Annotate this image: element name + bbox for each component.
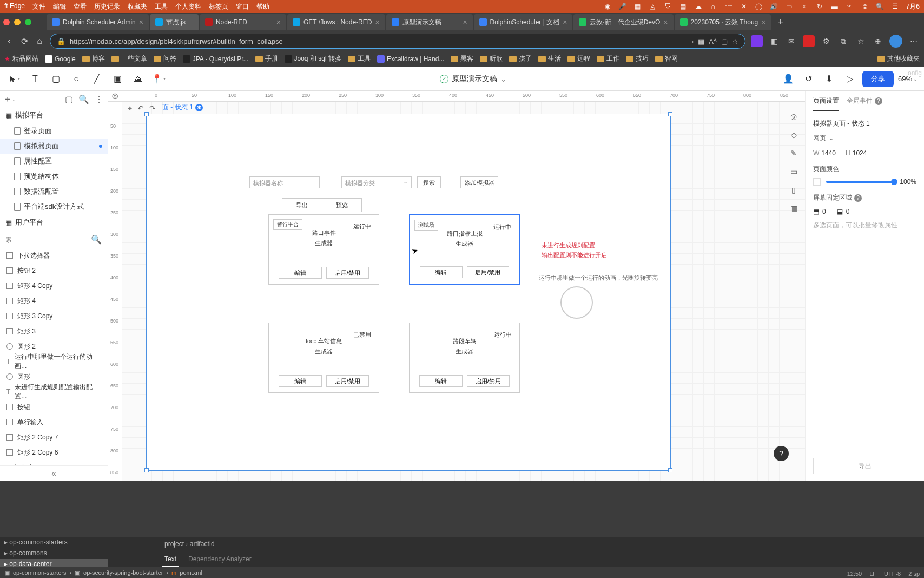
tab-nodejs[interactable]: 节点.js bbox=[150, 14, 199, 30]
tab-page-settings[interactable]: 页面设置 bbox=[813, 96, 839, 111]
bm-16[interactable]: 技巧 bbox=[626, 54, 649, 63]
bm-4[interactable]: 问答 bbox=[154, 54, 176, 63]
close-icon[interactable]: × bbox=[663, 18, 668, 27]
menu-window[interactable]: 窗口 bbox=[236, 2, 249, 11]
add-page-icon[interactable]: ＋⌄ bbox=[4, 94, 14, 104]
type-select[interactable]: 模拟器分类 bbox=[341, 176, 412, 188]
wifi-icon[interactable]: ᯤ bbox=[846, 2, 854, 11]
ext-6-icon[interactable]: ⧉ bbox=[837, 35, 849, 47]
wechat-icon[interactable]: ☁ bbox=[694, 2, 703, 11]
enable-button[interactable]: 启用/禁用 bbox=[326, 267, 369, 279]
export-button[interactable]: 导出 bbox=[813, 458, 916, 474]
circle-icon[interactable]: ◯ bbox=[755, 2, 763, 11]
close-icon[interactable]: × bbox=[276, 18, 281, 27]
aa-icon[interactable]: Aᴬ bbox=[709, 37, 717, 45]
bm-11[interactable]: 听歌 bbox=[480, 54, 503, 63]
ruler-origin[interactable]: ⊚ bbox=[108, 91, 122, 102]
tab-modao[interactable]: 原型演示文稿× bbox=[386, 14, 473, 30]
layer-item[interactable]: T运行中 bbox=[0, 460, 108, 465]
image-tool[interactable]: ⛰ bbox=[130, 71, 146, 87]
play-icon[interactable]: ▷ bbox=[842, 71, 858, 87]
search-icon[interactable]: 🔍 bbox=[78, 94, 89, 104]
address-bar[interactable]: 🔒 https://modao.cc/app/design/pbl4skkpuf… bbox=[50, 34, 745, 49]
menu-view[interactable]: 查看 bbox=[74, 2, 87, 11]
preview-button[interactable]: 预览 bbox=[322, 199, 362, 212]
date-label[interactable]: 7月6 bbox=[906, 2, 920, 11]
menu-icon[interactable]: ⋯ bbox=[908, 35, 920, 47]
layer-item[interactable]: 按钮 bbox=[0, 399, 108, 415]
layer-item[interactable]: 圆形 2 bbox=[0, 339, 108, 354]
page-type-select[interactable]: 网页⌄ bbox=[813, 134, 916, 143]
export-button[interactable]: 导出 bbox=[282, 199, 322, 212]
close-icon[interactable]: × bbox=[139, 18, 143, 27]
menu-file[interactable]: 文件 bbox=[32, 2, 45, 11]
home-icon[interactable]: ⌂ bbox=[35, 36, 44, 46]
menu-favorites[interactable]: 收藏夹 bbox=[128, 2, 147, 11]
spotlight-icon[interactable]: ⊚ bbox=[861, 2, 869, 11]
menu-help[interactable]: 帮助 bbox=[256, 2, 269, 11]
line-tool[interactable]: ╱ bbox=[89, 71, 105, 87]
text-tool[interactable]: T bbox=[27, 71, 43, 87]
menu-edit[interactable]: 编辑 bbox=[53, 2, 66, 11]
volume-icon[interactable]: 🔊 bbox=[770, 2, 778, 11]
project-item[interactable]: ▸ op-commons bbox=[0, 548, 108, 559]
tab-global-events[interactable]: 全局事件? bbox=[847, 96, 882, 111]
fixed-bottom-field[interactable]: ⬓0 bbox=[837, 208, 850, 215]
bm-9[interactable]: Excalidraw | Hand... bbox=[377, 55, 445, 63]
reader-icon[interactable]: ▭ bbox=[687, 37, 694, 45]
share-button[interactable]: 分享 bbox=[862, 71, 894, 87]
badge-icon[interactable]: ◇ bbox=[788, 129, 800, 141]
tab-yunxiao[interactable]: 云效·新一代企业级DevO× bbox=[573, 14, 673, 30]
control-center-icon[interactable]: ☰ bbox=[891, 2, 900, 11]
ext-5-icon[interactable]: ⚙ bbox=[820, 35, 832, 47]
layer-item[interactable]: 按钮 2 bbox=[0, 263, 108, 278]
layer-item[interactable]: 圆形 bbox=[0, 369, 108, 384]
bm-12[interactable]: 孩子 bbox=[509, 54, 532, 63]
bm-15[interactable]: 工作 bbox=[597, 54, 619, 63]
simulator-card-selected[interactable]: 测试场 运行中 路口指标上报 生成器 编辑 启用/禁用 bbox=[409, 214, 520, 285]
page-login[interactable]: 登录页面 bbox=[0, 123, 108, 139]
ext-4-icon[interactable] bbox=[803, 35, 815, 47]
ide-tab-dep[interactable]: Dependency Analyzer bbox=[186, 552, 254, 567]
edit-button[interactable]: 编辑 bbox=[279, 375, 322, 387]
layer-item[interactable]: 矩形 2 Copy 7 bbox=[0, 430, 108, 445]
close-icon[interactable]: × bbox=[761, 18, 765, 27]
canvas[interactable]: ⊚ 05010015020025030035040045050055060065… bbox=[108, 91, 805, 481]
shield-icon[interactable]: ⛉ bbox=[664, 2, 672, 11]
bm-17[interactable]: 智网 bbox=[655, 54, 678, 63]
page-sdk[interactable]: 平台端sdk设计方式 bbox=[0, 199, 108, 214]
page-dataflow[interactable]: 数据流配置 bbox=[0, 184, 108, 199]
ext-1-icon[interactable] bbox=[751, 35, 763, 47]
rectangle-tool[interactable]: ▢ bbox=[48, 71, 64, 87]
folder-icon[interactable]: ▢ bbox=[65, 94, 73, 104]
cross-icon[interactable]: ✕ bbox=[740, 2, 748, 11]
bm-2[interactable]: 博客 bbox=[82, 54, 105, 63]
qr-icon[interactable]: ▦ bbox=[698, 37, 704, 45]
search-button[interactable]: 搜索 bbox=[417, 176, 441, 188]
collab-icon[interactable]: 👤 bbox=[780, 71, 796, 87]
target-icon[interactable]: ⌖ bbox=[128, 104, 132, 113]
grid-icon[interactable]: ▦ bbox=[633, 2, 642, 11]
enable-button[interactable]: 启用/禁用 bbox=[467, 375, 510, 387]
bm-13[interactable]: 生活 bbox=[538, 54, 561, 63]
cursor-tool[interactable] bbox=[6, 71, 23, 87]
layer-item[interactable]: T未进行生成规则配置输出配置... bbox=[0, 384, 108, 399]
bm-other[interactable]: 其他收藏夹 bbox=[877, 54, 920, 63]
help-button[interactable]: ? bbox=[774, 446, 789, 461]
display-icon[interactable]: ▭ bbox=[785, 2, 794, 11]
search-icon[interactable]: 🔍 bbox=[876, 2, 885, 11]
ide-tab-text[interactable]: Text bbox=[162, 552, 179, 567]
bm-10[interactable]: 黑客 bbox=[451, 54, 473, 63]
undo-icon[interactable]: ↶ bbox=[137, 104, 144, 113]
history-icon[interactable]: ↺ bbox=[801, 71, 817, 87]
more-icon[interactable]: ⋮ bbox=[95, 94, 103, 104]
simulator-card[interactable]: 已禁用 tocc 车站信息 生成器 编辑 启用/禁用 bbox=[268, 323, 379, 393]
project-item[interactable]: ▸ op-common-starters bbox=[0, 537, 108, 548]
add-simulator-button[interactable]: 添加模拟器 bbox=[460, 176, 498, 188]
simulator-card[interactable]: 智行平台 运行中 路口事件 生成器 编辑 启用/禁用 bbox=[268, 214, 379, 285]
enable-button[interactable]: 启用/禁用 bbox=[326, 375, 369, 387]
tab-nodered[interactable]: Node-RED× bbox=[200, 14, 286, 30]
close-icon[interactable]: × bbox=[463, 18, 467, 27]
bm-14[interactable]: 远程 bbox=[567, 54, 590, 63]
page-preview[interactable]: 预览结构体 bbox=[0, 169, 108, 184]
